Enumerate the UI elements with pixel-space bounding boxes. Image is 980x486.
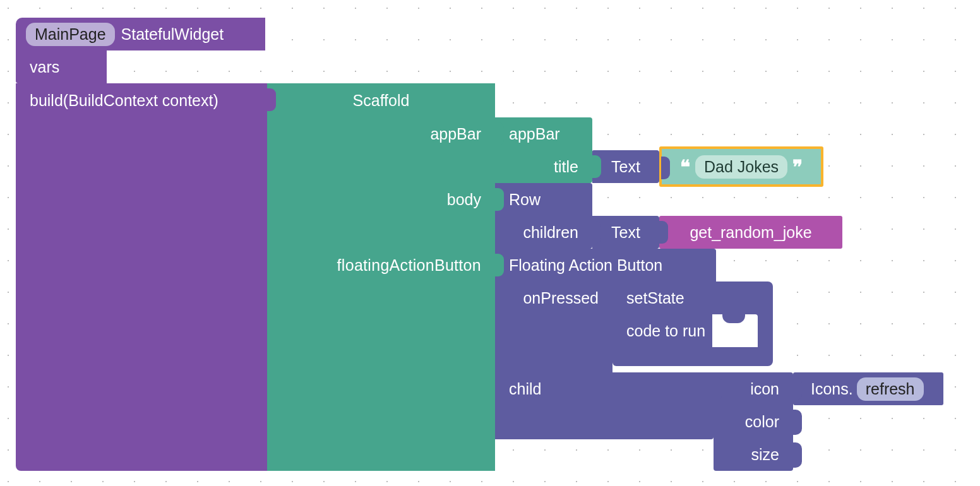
function-name: get_random_joke — [690, 223, 811, 242]
class-name-pill: MainPage — [26, 23, 115, 46]
scaffold-spacer-2 — [267, 216, 495, 249]
appbar-label: appBar — [509, 125, 560, 143]
vars-label: vars — [30, 58, 59, 76]
build-label: build(BuildContext context) — [30, 92, 218, 110]
fab-label: Floating Action Button — [509, 256, 662, 275]
icons-block[interactable]: Icons. refresh — [793, 372, 943, 405]
string-literal-block[interactable]: ❝ Dad Jokes ❞ — [659, 146, 823, 187]
string-value[interactable]: Dad Jokes — [695, 155, 787, 179]
icon-size-row[interactable]: size — [714, 438, 793, 471]
icons-value[interactable]: refresh — [857, 377, 924, 401]
scaffold-body-label: body — [447, 191, 481, 209]
fab-child-label: child — [509, 380, 541, 398]
setstate-block[interactable]: setState — [612, 282, 773, 314]
vars-row[interactable]: vars — [16, 50, 107, 83]
appbar-title-row[interactable]: title — [495, 150, 592, 183]
mainpage-body-column — [16, 117, 267, 471]
text-block-title[interactable]: Text — [592, 150, 659, 183]
scaffold-header[interactable]: Scaffold — [267, 83, 495, 117]
build-row[interactable]: build(BuildContext context) — [16, 83, 267, 117]
header-row[interactable]: MainPage StatefulWidget — [16, 18, 265, 50]
appbar-title-label: title — [554, 158, 578, 176]
row-label: Row — [509, 191, 541, 209]
text2-label: Text — [611, 223, 640, 242]
icon-color-row[interactable]: color — [714, 405, 793, 438]
setstate-label: setState — [626, 289, 684, 307]
text-block-children[interactable]: Text — [592, 216, 659, 249]
scaffold-appbar-row[interactable]: appBar — [267, 117, 495, 150]
function-call-block[interactable]: get_random_joke — [659, 216, 842, 249]
icon-color-label: color — [745, 413, 779, 431]
scaffold-appbar-label: appBar — [430, 125, 481, 143]
fab-bottom-fill — [495, 405, 714, 439]
fab-onpressed-row[interactable]: onPressed — [495, 282, 612, 314]
setstate-close — [612, 347, 773, 366]
row-children-label: children — [523, 223, 578, 242]
fab-block[interactable]: Floating Action Button — [495, 249, 716, 282]
text-label: Text — [611, 158, 640, 176]
scaffold-spacer-1 — [267, 150, 495, 183]
scaffold-body-row[interactable]: body — [267, 183, 495, 216]
icon-label: icon — [750, 380, 779, 398]
fab-onpressed-label: onPressed — [523, 289, 599, 307]
scaffold-fab-row[interactable]: floatingActionButton — [267, 249, 495, 282]
scaffold-body-column — [267, 282, 495, 471]
open-quote-icon: ❝ — [680, 156, 690, 178]
icon-size-label: size — [751, 446, 779, 464]
close-quote-icon: ❞ — [792, 156, 803, 178]
appbar-block[interactable]: appBar — [495, 117, 592, 150]
setstate-code-label: code to run — [626, 322, 705, 340]
scaffold-label: Scaffold — [353, 92, 410, 110]
row-children-row[interactable]: children — [495, 216, 592, 249]
icon-row[interactable]: icon — [714, 372, 793, 405]
setstate-code-row[interactable]: code to run — [612, 314, 712, 347]
scaffold-fab-label: floatingActionButton — [337, 256, 481, 275]
widget-type-label: StatefulWidget — [121, 25, 224, 44]
icons-prefix: Icons. — [811, 380, 853, 398]
row-block[interactable]: Row — [495, 183, 592, 216]
fab-child-row[interactable]: child — [495, 372, 714, 405]
